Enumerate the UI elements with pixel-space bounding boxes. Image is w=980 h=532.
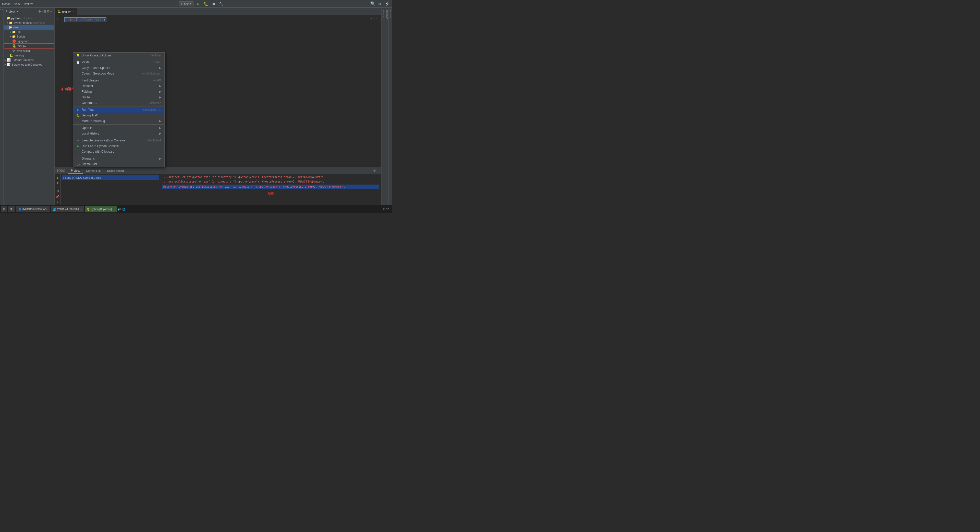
cm-open-in[interactable]: Open In ▶ <box>73 125 164 131</box>
cm-goto[interactable]: Go To ▶ <box>73 94 164 100</box>
cm-separator <box>73 106 164 107</box>
activity-bar: Proj <box>0 8 3 205</box>
line-numbers: 1 <box>57 18 59 21</box>
panel-dropdown[interactable]: ▾ <box>17 10 18 13</box>
tab-first-py[interactable]: 🐍 first.py ✕ <box>55 8 77 15</box>
favorites-panel: Favorites <box>388 8 392 205</box>
code-area[interactable]: print('helloWorld!') <box>64 18 107 22</box>
tab-scope-based[interactable]: Scope Based <box>104 168 127 173</box>
cm-generate[interactable]: Generate... Alt+Insert <box>73 100 164 106</box>
cm-more-run-debug[interactable]: More Run/Debug ▶ <box>73 118 164 124</box>
tree-item-gitignore[interactable]: 🔴 .gitignore <box>3 39 54 43</box>
build-button[interactable]: 🔨 <box>218 1 224 6</box>
tree-item-venv[interactable]: ▾ 📂 venv <box>3 25 54 30</box>
tree-item-scratches[interactable]: ▶ 📝 Scratches and Consoles <box>3 62 54 67</box>
cm-folding[interactable]: Folding ▶ <box>73 89 164 94</box>
diagram-icon: ◫ <box>76 157 80 160</box>
start-button[interactable]: ⊞ <box>1 206 7 212</box>
settings-gear-icon[interactable]: ⚙ <box>373 169 376 172</box>
sys-tray: 🔊 🌐 <box>118 208 125 210</box>
config-icon: ⚙ <box>12 49 15 53</box>
cm-label: Folding <box>82 90 158 94</box>
tab-project[interactable]: Project <box>68 168 83 174</box>
cm-label: Run File in Python Console <box>82 144 161 148</box>
cm-refactor[interactable]: Refactor ▶ <box>73 83 164 89</box>
cm-local-history[interactable]: Local History ▶ <box>73 131 164 136</box>
favorites-label[interactable]: Favorites <box>389 8 392 19</box>
library-icon: 📊 <box>7 58 11 62</box>
cm-run-first[interactable]: ▶ Run 'first' Ctrl+Shift+F10 <box>73 107 164 113</box>
tab-current-file[interactable]: Current File <box>83 168 104 173</box>
tree-item-lib[interactable]: ▶ 📁 Lib <box>3 30 54 34</box>
expand-icon[interactable]: ⊟ <box>44 10 46 13</box>
line-count-indicator: ▲ 1 ▼ <box>370 17 378 20</box>
cm-label: Create Gist... <box>82 162 161 166</box>
taskbar-app-notes[interactable]: 📘 python入门笔记.md ... <box>51 206 84 212</box>
cm-separator <box>73 77 164 77</box>
submenu-arrow: ▶ <box>159 132 161 135</box>
python-file-icon: 🐍 <box>13 44 16 48</box>
structure-label[interactable]: Structure <box>382 9 385 20</box>
run-configuration[interactable]: ▶ first ▾ <box>179 1 193 6</box>
settings-icon[interactable]: ⚙ <box>47 10 49 13</box>
cm-run-file-python-console[interactable]: ▶ Run File in Python Console <box>73 143 164 149</box>
cm-shortcut: Alt+F7 <box>153 79 161 82</box>
cm-debug-first[interactable]: 🐛 Debug 'first' <box>73 113 164 118</box>
cm-find-usages[interactable]: Find Usages Alt+F7 <box>73 78 164 83</box>
cm-show-context-actions[interactable]: 💡 Show Context Actions Alt+Enter <box>73 53 164 58</box>
taskbar-app-python[interactable]: 🐍 python [D:\python] ... <box>85 206 116 212</box>
cm-create-gist[interactable]: ◯ Create Gist... <box>73 161 164 167</box>
stop-button[interactable]: ⏹ <box>211 1 216 6</box>
expand-arrow: ▾ <box>5 17 6 19</box>
cm-copy-paste-special[interactable]: Copy / Paste Special ▶ <box>73 65 164 71</box>
tree-item-python-root[interactable]: ▾ 📁 python D:\python <box>3 16 54 21</box>
bottom-panel: TODO: Project Current File Scope Based ⚙… <box>55 167 381 205</box>
scroll-down-icon[interactable]: ▼ <box>55 181 60 185</box>
tree-item-pyvenv[interactable]: ⚙ pyvenv.cfg <box>3 48 54 53</box>
minimize-panel-icon[interactable]: ─ <box>377 169 379 172</box>
tab-label: first.py <box>62 10 70 13</box>
tree-label: Lib <box>17 30 21 33</box>
network-icon[interactable]: 🌐 <box>122 208 125 210</box>
tree-item-python-project[interactable]: ▶ 📁 python-project library root <box>3 21 54 25</box>
tab-close-button[interactable]: ✕ <box>72 10 74 13</box>
collapse-all-icon[interactable]: ≡ <box>41 10 43 13</box>
run-icon: ▶ <box>181 2 183 5</box>
tree-path: D:\python <box>22 17 33 20</box>
tree-item-external-libraries[interactable]: ▶ 📊 External Libraries <box>3 58 54 62</box>
list-icon[interactable]: ≡ <box>55 200 60 204</box>
minimize-icon[interactable]: ─ <box>50 10 52 13</box>
cm-paste[interactable]: 📋 Paste Ctrl+V <box>73 59 164 65</box>
debug-button[interactable]: 🐛 <box>203 1 209 6</box>
tree-item-main-py[interactable]: 🐍 main.py <box>3 53 54 58</box>
add-file-icon[interactable]: ⊕ <box>38 10 41 13</box>
volume-icon[interactable]: 🔊 <box>118 208 121 210</box>
cm-label: Compare with Clipboard <box>82 150 161 153</box>
taskbar-app-pycharm[interactable]: 🔵 pycharm运行报错'Cr... <box>16 206 50 212</box>
power-button[interactable]: ⚡ <box>384 1 390 6</box>
tree-item-scripts[interactable]: ▶ 📁 Scripts <box>3 34 54 39</box>
app-icon-notes: 📘 <box>53 208 56 210</box>
search-everywhere-button[interactable]: 🔍 <box>370 1 375 6</box>
cm-compare-clipboard[interactable]: ⬚ Compare with Clipboard <box>73 149 164 155</box>
cm-diagrams[interactable]: ◫ Diagrams ▶ <box>73 156 164 161</box>
settings-button[interactable]: ⚙ <box>377 1 383 6</box>
scroll-up-icon[interactable]: ▲ <box>55 175 60 180</box>
cm-shortcut: Alt+Shift+E <box>147 139 161 142</box>
execute-icon: ≡ <box>76 139 80 142</box>
tree-item-first-py[interactable]: 🐍 first.py <box>3 43 54 48</box>
cm-separator <box>73 59 164 59</box>
database-label[interactable]: Database <box>385 9 388 21</box>
filter-icon[interactable]: ⊟ <box>55 189 60 193</box>
left-side-toolbar: ▲ ▼ ⊟ 📌 ≡ <box>55 174 61 205</box>
pin-icon[interactable]: 📌 <box>55 194 60 199</box>
cm-execute-line[interactable]: ≡ Execute Line in Python Console Alt+Shi… <box>73 138 164 143</box>
taskbar-search-button[interactable]: 🔍 <box>8 206 15 212</box>
submenu-arrow: ▶ <box>159 119 161 123</box>
run-button[interactable]: ▶ <box>196 1 201 6</box>
project-panel: Project ▾ ⊕ ≡ ⊟ ⚙ ─ ▾ 📁 python D:\python… <box>3 8 55 205</box>
expand-arrow: ▾ <box>6 26 8 29</box>
cm-column-selection[interactable]: Column Selection Mode Alt+Shift+Insert <box>73 71 164 76</box>
expand-arrow: ▶ <box>5 63 6 66</box>
activity-project[interactable]: Proj <box>0 8 3 11</box>
